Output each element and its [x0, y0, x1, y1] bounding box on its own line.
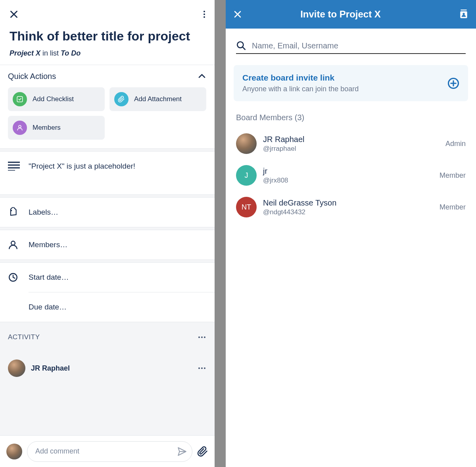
- labels-label: Labels…: [29, 208, 58, 217]
- activity-entry: JR Raphael: [8, 359, 207, 377]
- quick-actions-header[interactable]: Quick Actions: [8, 71, 207, 81]
- more-horizontal-icon: [197, 363, 207, 373]
- members-list: JR Raphael@jrraphaelAdminJjr@jrx808Membe…: [226, 128, 476, 223]
- quick-actions-section: Quick Actions Add Checklist Add Attachme…: [0, 65, 215, 148]
- labels-row[interactable]: Labels…: [0, 198, 215, 227]
- members-row[interactable]: Members…: [0, 230, 215, 259]
- member-handle: @jrx808: [263, 177, 433, 184]
- card-title-block: Think of better title for project Projec…: [0, 29, 215, 65]
- start-date-label: Start date…: [29, 273, 69, 282]
- member-name: Neil deGrasse Tyson: [263, 198, 433, 208]
- more-vertical-icon: [200, 10, 209, 19]
- svg-rect-3: [17, 97, 23, 102]
- board-members-title: Board Members (3): [226, 101, 476, 128]
- activity-entry-more-button[interactable]: [197, 363, 207, 373]
- comment-bar: [0, 435, 215, 467]
- quick-actions-title: Quick Actions: [8, 72, 56, 81]
- card-detail-screen: Think of better title for project Projec…: [0, 0, 215, 467]
- search-input[interactable]: [252, 41, 466, 50]
- contacts-button[interactable]: [459, 9, 469, 19]
- member-role: Member: [440, 171, 466, 180]
- add-attachment-button[interactable]: Add Attachment: [109, 87, 206, 111]
- member-handle: @ndgt443432: [263, 208, 433, 216]
- card-subtitle: Project X in list To Do: [10, 49, 205, 58]
- activity-more-button[interactable]: [197, 332, 207, 342]
- checklist-icon: [13, 92, 27, 106]
- activity-header: ACTIVITY: [8, 332, 207, 342]
- project-link[interactable]: Project X: [10, 49, 40, 57]
- person-outline-icon: [8, 240, 21, 250]
- add-checklist-button[interactable]: Add Checklist: [8, 87, 105, 111]
- add-attachment-label: Add Attachment: [134, 95, 182, 103]
- svg-point-17: [204, 367, 205, 369]
- section-gap: [0, 194, 215, 198]
- invite-header: Invite to Project X: [226, 0, 476, 29]
- tag-icon: [8, 207, 21, 217]
- due-date-row[interactable]: Due date…: [0, 292, 215, 322]
- member-role: Admin: [445, 140, 466, 148]
- svg-point-1: [203, 13, 205, 15]
- chevron-up-icon: [197, 71, 207, 81]
- svg-point-10: [11, 241, 15, 245]
- activity-title: ACTIVITY: [8, 333, 40, 341]
- due-date-label: Due date…: [29, 303, 67, 311]
- members-label: Members: [33, 124, 61, 132]
- more-menu-button[interactable]: [200, 10, 209, 19]
- person-icon: [13, 121, 27, 135]
- comment-input-wrap: [27, 441, 192, 462]
- member-row[interactable]: Jjr@jrx808Member: [226, 160, 476, 191]
- paperclip-icon: [197, 446, 208, 457]
- member-row[interactable]: JR Raphael@jrraphaelAdmin: [226, 128, 476, 160]
- send-button[interactable]: [177, 446, 187, 457]
- invite-link-subtitle: Anyone with a link can join the board: [242, 85, 447, 93]
- card-header: [0, 0, 215, 29]
- description-text: "Project X" is just a placeholder!: [29, 161, 135, 171]
- svg-point-15: [198, 367, 200, 369]
- description-icon: [8, 161, 20, 171]
- search-icon: [236, 40, 246, 51]
- avatar: [8, 359, 25, 377]
- svg-rect-19: [461, 10, 466, 10]
- svg-point-0: [203, 11, 205, 12]
- description-row[interactable]: "Project X" is just a placeholder!: [0, 152, 215, 194]
- close-icon: [9, 9, 19, 19]
- svg-point-4: [19, 125, 21, 128]
- invite-screen: Invite to Project X Create board invite …: [226, 0, 476, 467]
- card-title[interactable]: Think of better title for project: [10, 29, 205, 44]
- send-icon: [177, 446, 187, 457]
- search-field: [236, 40, 466, 54]
- contacts-icon: [459, 9, 469, 19]
- avatar: [6, 444, 22, 459]
- invite-link-text: Create board invite link Anyone with a l…: [242, 73, 447, 93]
- svg-point-13: [201, 336, 203, 338]
- invite-title: Invite to Project X: [231, 9, 450, 20]
- list-link[interactable]: To Do: [61, 49, 81, 57]
- section-gap: [0, 227, 215, 230]
- add-checklist-label: Add Checklist: [33, 95, 74, 103]
- members-button[interactable]: Members: [8, 116, 105, 140]
- comment-input[interactable]: [35, 447, 177, 455]
- attach-button[interactable]: [197, 446, 208, 457]
- svg-point-16: [201, 367, 203, 369]
- plus-circle-icon: [447, 77, 459, 89]
- create-link-button[interactable]: [447, 77, 459, 89]
- member-info: Neil deGrasse Tyson@ndgt443432: [263, 198, 433, 216]
- invite-link-card[interactable]: Create board invite link Anyone with a l…: [234, 65, 468, 101]
- svg-point-12: [198, 336, 200, 338]
- close-button[interactable]: [9, 9, 19, 19]
- avatar: J: [236, 165, 257, 186]
- member-info: jr@jrx808: [263, 167, 433, 184]
- members-row-label: Members…: [29, 240, 67, 249]
- svg-point-9: [11, 210, 12, 211]
- svg-point-2: [203, 16, 205, 18]
- svg-point-14: [204, 336, 205, 338]
- member-row[interactable]: NTNeil deGrasse Tyson@ndgt443432Member: [226, 191, 476, 223]
- section-gap: [0, 259, 215, 263]
- search-section: [226, 29, 476, 54]
- clock-icon: [8, 272, 21, 283]
- start-date-row[interactable]: Start date…: [0, 263, 215, 292]
- member-role: Member: [440, 203, 466, 211]
- svg-line-23: [242, 47, 245, 50]
- avatar: [236, 133, 257, 154]
- attachment-icon: [114, 92, 129, 106]
